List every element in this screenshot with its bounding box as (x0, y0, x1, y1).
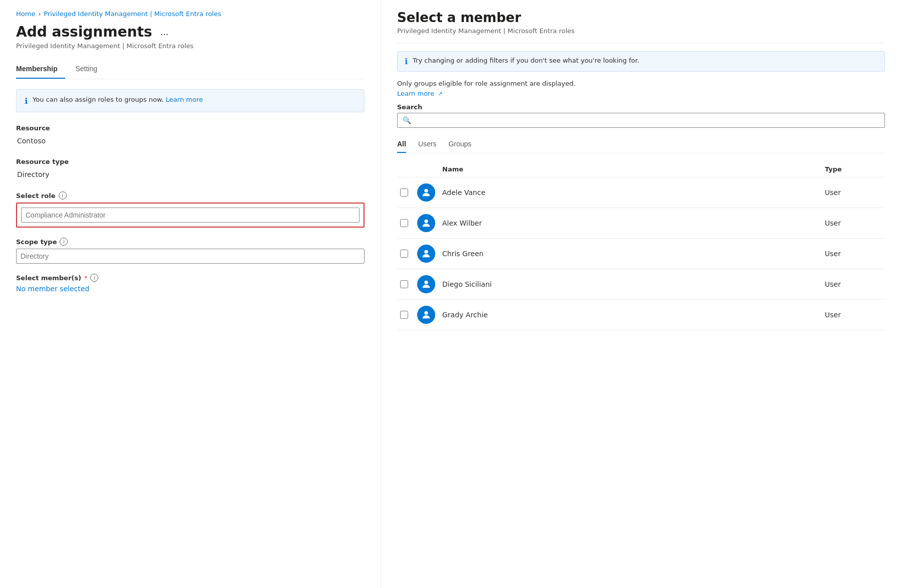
breadcrumb: Home › Privileged Identity Management | … (16, 10, 365, 18)
member-name-0: Adele Vance (442, 177, 825, 208)
right-panel: Select a member Privileged Identity Mana… (381, 0, 901, 588)
checkbox-cell-4 (397, 300, 417, 330)
member-checkbox-2[interactable] (400, 250, 408, 258)
table-row: Diego Siciliani User (397, 269, 885, 300)
svg-point-2 (424, 250, 428, 254)
page-title-row: Add assignments ... (16, 24, 365, 40)
member-name-3: Diego Siciliani (442, 269, 825, 300)
member-type-3: User (825, 269, 885, 300)
select-members-label: Select member(s) (16, 274, 81, 282)
no-member-text: No member selected (16, 285, 365, 293)
select-role-label: Select role (16, 192, 56, 200)
tab-setting[interactable]: Setting (75, 60, 105, 79)
col-header-avatar (417, 161, 442, 177)
resource-value: Contoso (16, 134, 365, 148)
member-checkbox-1[interactable] (400, 219, 408, 227)
checkbox-cell-2 (397, 239, 417, 269)
svg-point-0 (424, 189, 428, 192)
select-role-box (16, 203, 365, 228)
resource-field-group: Resource Contoso (16, 124, 365, 148)
select-role-label-row: Select role i (16, 191, 365, 200)
avatar-4 (417, 306, 435, 324)
filter-notice-icon: ℹ (405, 57, 408, 66)
member-name-2: Chris Green (442, 239, 825, 269)
member-checkbox-0[interactable] (400, 188, 408, 197)
table-header-row: Name Type (397, 161, 885, 177)
checkbox-cell-1 (397, 208, 417, 239)
svg-point-3 (424, 281, 428, 284)
filter-notice: ℹ Try changing or adding filters if you … (397, 51, 885, 72)
scope-type-input[interactable] (16, 249, 365, 264)
breadcrumb-home[interactable]: Home (16, 10, 35, 18)
breadcrumb-sep-1: › (38, 11, 41, 18)
page-subtitle: Privileged Identity Management | Microso… (16, 42, 365, 50)
col-header-check (397, 161, 417, 177)
resource-label: Resource (16, 124, 365, 132)
scope-type-label: Scope type (16, 238, 57, 246)
select-members-label-row: Select member(s) * i (16, 274, 365, 282)
info-icon: ℹ (25, 96, 28, 106)
avatar-cell-3 (417, 269, 442, 300)
member-checkbox-4[interactable] (400, 311, 408, 319)
select-members-info-icon[interactable]: i (90, 274, 98, 282)
breadcrumb-pim[interactable]: Privileged Identity Management | Microso… (44, 10, 221, 18)
filter-tabs: All Users Groups (397, 136, 885, 153)
left-panel: Home › Privileged Identity Management | … (0, 0, 381, 588)
resource-type-label: Resource type (16, 158, 365, 165)
resource-type-field-group: Resource type Directory (16, 158, 365, 181)
avatar-3 (417, 275, 435, 293)
avatar-2 (417, 245, 435, 263)
table-row: Adele Vance User (397, 177, 885, 208)
search-input[interactable] (415, 116, 879, 124)
avatar-cell-4 (417, 300, 442, 330)
filter-tab-users[interactable]: Users (418, 136, 437, 153)
search-icon: 🔍 (403, 116, 411, 124)
checkbox-cell-3 (397, 269, 417, 300)
table-row: Grady Archie User (397, 300, 885, 330)
member-type-0: User (825, 177, 885, 208)
member-name-4: Grady Archie (442, 300, 825, 330)
svg-point-1 (424, 220, 428, 223)
resource-type-value: Directory (16, 167, 365, 181)
panel-subtitle: Privileged Identity Management | Microso… (397, 27, 885, 35)
panel-title: Select a member (397, 10, 885, 25)
filter-tab-all[interactable]: All (397, 136, 406, 153)
filter-notice-text: Try changing or adding filters if you do… (413, 57, 639, 64)
svg-point-4 (424, 311, 428, 315)
learn-more-link[interactable]: Learn more ↗ (397, 90, 443, 97)
col-header-type: Type (825, 161, 885, 177)
member-type-1: User (825, 208, 885, 239)
info-text: You can also assign roles to groups now.… (33, 96, 203, 103)
col-header-name: Name (442, 161, 825, 177)
avatar-0 (417, 183, 435, 202)
table-row: Alex Wilber User (397, 208, 885, 239)
member-type-4: User (825, 300, 885, 330)
avatar-cell-1 (417, 208, 442, 239)
required-star: * (84, 274, 88, 282)
member-table: Name Type Adele Vance User (397, 161, 885, 330)
tab-membership[interactable]: Membership (16, 60, 65, 79)
avatar-1 (417, 214, 435, 232)
select-role-input[interactable] (21, 208, 359, 223)
panel-divider (397, 43, 885, 43)
search-label: Search (397, 103, 885, 111)
groups-notice-text: Only groups eligible for role assignment… (397, 80, 885, 87)
member-name-1: Alex Wilber (442, 208, 825, 239)
select-role-info-icon[interactable]: i (59, 191, 67, 200)
search-section: Search 🔍 (397, 103, 885, 128)
member-type-2: User (825, 239, 885, 269)
scope-type-info-icon[interactable]: i (60, 238, 68, 246)
filter-tab-groups[interactable]: Groups (448, 136, 471, 153)
ellipsis-button[interactable]: ... (157, 25, 171, 39)
select-role-field-group: Select role i (16, 191, 365, 228)
checkbox-cell-0 (397, 177, 417, 208)
info-box: ℹ You can also assign roles to groups no… (16, 89, 365, 112)
info-learn-more-link[interactable]: Learn more (166, 96, 203, 103)
avatar-cell-0 (417, 177, 442, 208)
avatar-cell-2 (417, 239, 442, 269)
select-members-field-group: Select member(s) * i No member selected (16, 274, 365, 293)
page-title: Add assignments (16, 24, 152, 40)
search-input-wrap: 🔍 (397, 113, 885, 128)
member-checkbox-3[interactable] (400, 280, 408, 288)
external-link-icon: ↗ (438, 91, 442, 97)
